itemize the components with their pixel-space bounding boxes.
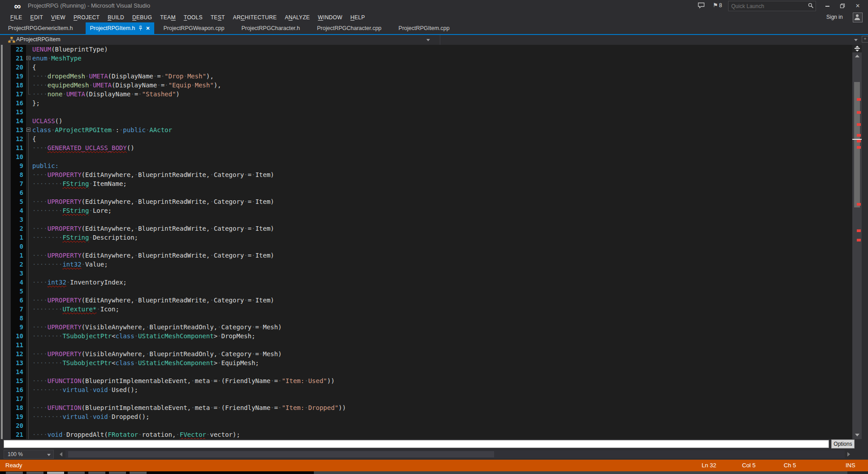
code-line[interactable]: 11 <box>11 340 346 349</box>
code-line[interactable]: 11····GENERATED_UCLASS_BODY() <box>11 143 346 152</box>
find-input[interactable] <box>4 440 829 448</box>
code-line[interactable]: 18····UFUNCTION(BlueprintImplementableEv… <box>11 403 346 412</box>
tab-ProjectRPGWeapon.cpp[interactable]: ProjectRPGWeapon.cpp <box>159 22 229 34</box>
code-line[interactable]: 14UCLASS() <box>11 116 346 125</box>
menu-item-debug[interactable]: DEBUG <box>128 13 156 22</box>
code-line[interactable]: 17····none·UMETA(DisplayName·=·"Stashed"… <box>11 90 346 99</box>
code-line[interactable]: 12····UPROPERTY(VisibleAnywhere,·Bluepri… <box>11 349 346 358</box>
code-text[interactable] <box>31 421 32 430</box>
code-line[interactable]: 7········UTexture*·Icon; <box>11 305 346 314</box>
code-line[interactable]: 2········int32·Value; <box>11 260 346 269</box>
code-text[interactable]: ····UFUNCTION(BlueprintImplementableEven… <box>31 403 346 412</box>
code-text[interactable]: ········TSubobjectPtr<class·UStaticMeshC… <box>31 358 259 367</box>
menu-item-help[interactable]: HELP <box>347 13 369 22</box>
code-text[interactable]: enum·MeshType <box>31 54 82 63</box>
code-text[interactable]: ····void·DroppedAlt(FRotator·rotation,·F… <box>31 430 240 439</box>
code-text[interactable] <box>31 108 32 116</box>
code-line[interactable]: 2····UPROPERTY(EditAnywhere,·BlueprintRe… <box>11 224 346 233</box>
code-text[interactable]: { <box>31 134 36 143</box>
sign-in-link[interactable]: Sign in <box>826 14 843 20</box>
code-line[interactable]: 5····UPROPERTY(EditAnywhere,·BlueprintRe… <box>11 197 346 206</box>
code-text[interactable] <box>31 152 32 161</box>
user-avatar[interactable] <box>853 13 863 22</box>
close-button[interactable]: ✕ <box>852 2 864 10</box>
code-text[interactable]: ····int32·InventoryIndex; <box>31 278 127 287</box>
code-line[interactable]: 16}; <box>11 99 346 108</box>
code-line[interactable]: 9····UPROPERTY(VisibleAnywhere,·Blueprin… <box>11 323 346 332</box>
search-icon[interactable] <box>808 3 814 9</box>
code-text[interactable]: public: <box>31 161 59 170</box>
code-text[interactable] <box>31 215 32 224</box>
code-line[interactable]: 9public: <box>11 161 346 170</box>
code-text[interactable]: class·AProjectRPGItem·:·public·AActor <box>31 125 172 134</box>
code-text[interactable]: ····none·UMETA(DisplayName·=·"Stashed") <box>31 90 180 99</box>
code-line[interactable]: 14 <box>11 367 346 376</box>
code-text[interactable] <box>31 367 32 376</box>
code-line[interactable]: 15 <box>11 108 346 116</box>
notifications-flag[interactable]: ⚑8 <box>713 2 722 9</box>
hscrollbar-thumb[interactable] <box>68 451 494 457</box>
taskbar-app-icon[interactable] <box>109 472 126 474</box>
code-line[interactable]: 8····UPROPERTY(EditAnywhere,·BlueprintRe… <box>11 170 346 179</box>
code-line[interactable]: 20{ <box>11 63 346 72</box>
feedback-icon[interactable] <box>698 2 705 9</box>
code-line[interactable]: 10········TSubobjectPtr<class·UStaticMes… <box>11 332 346 340</box>
toolbox-plus-icon[interactable]: + <box>862 36 868 43</box>
code-text[interactable]: ········FString·ItemName; <box>31 179 127 188</box>
horizontal-scrollbar[interactable] <box>65 450 845 458</box>
code-text[interactable] <box>31 188 32 197</box>
code-text[interactable]: ····UPROPERTY(VisibleAnywhere,·Blueprint… <box>31 349 282 358</box>
code-line[interactable]: 1····UPROPERTY(EditAnywhere,·BlueprintRe… <box>11 251 346 260</box>
code-text[interactable]: ····GENERATED_UCLASS_BODY() <box>31 143 135 152</box>
code-line[interactable]: 10 <box>11 152 346 161</box>
code-text[interactable]: ········FString·Lore; <box>31 206 112 215</box>
code-line[interactable]: 15····UFUNCTION(BlueprintImplementableEv… <box>11 376 346 385</box>
taskbar-app-icon[interactable] <box>26 472 43 474</box>
code-line[interactable]: 1········FString·Description; <box>11 233 346 242</box>
scrollbar-thumb[interactable] <box>854 82 860 207</box>
code-text[interactable]: ····UPROPERTY(EditAnywhere,·BlueprintRea… <box>31 170 274 179</box>
fold-collapse-icon[interactable] <box>26 128 30 132</box>
tab-ProjectRPGGenericItem.h[interactable]: ProjectRPGGenericItem.h <box>4 22 78 34</box>
code-line[interactable]: 17 <box>11 394 346 403</box>
fold-collapse-icon[interactable] <box>26 56 30 60</box>
code-line[interactable]: 16········virtual·void·Used(); <box>11 385 346 394</box>
types-dropdown[interactable]: AProjectRPGItem <box>0 35 440 45</box>
code-text[interactable] <box>31 242 32 251</box>
menu-item-file[interactable]: FILE <box>6 13 26 22</box>
menu-item-build[interactable]: BUILD <box>104 13 128 22</box>
code-text[interactable]: ········TSubobjectPtr<class·UStaticMeshC… <box>31 332 255 340</box>
code-text[interactable] <box>31 394 32 403</box>
autohide-rail[interactable] <box>1 45 3 439</box>
scroll-down-arrow[interactable] <box>855 434 859 436</box>
code-text[interactable]: UCLASS() <box>31 116 62 125</box>
tab-ProjectRPGCharacter.h[interactable]: ProjectRPGCharacter.h <box>237 22 304 34</box>
zoom-selector[interactable]: 100 % <box>4 450 54 459</box>
code-line[interactable]: 6 <box>11 188 346 197</box>
menu-item-view[interactable]: VIEW <box>47 13 69 22</box>
taskbar-app-icon[interactable] <box>6 472 23 474</box>
menu-item-window[interactable]: WINDOW <box>314 13 346 22</box>
code-text[interactable]: ········int32·Value; <box>31 260 108 269</box>
code-line[interactable]: 3 <box>11 269 346 278</box>
split-window-handle[interactable] <box>852 45 862 52</box>
code-line[interactable]: 18····equipedMesh·UMETA(DisplayName·=·"E… <box>11 81 346 90</box>
code-line[interactable]: 19····dropedMesh·UMETA(DisplayName·=·"Dr… <box>11 72 346 81</box>
code-line[interactable]: 7········FString·ItemName; <box>11 179 346 188</box>
code-text[interactable]: UENUM(BlueprintType) <box>31 45 108 54</box>
tab-ProjectRPGItem.cpp[interactable]: ProjectRPGItem.cpp <box>394 22 454 34</box>
code-text[interactable]: { <box>31 63 36 72</box>
pin-icon[interactable] <box>139 26 143 31</box>
code-line[interactable]: 4········FString·Lore; <box>11 206 346 215</box>
tab-ProjectRPGCharacter.cpp[interactable]: ProjectRPGCharacter.cpp <box>312 22 386 34</box>
code-text[interactable]: ········virtual·void·Dropped(); <box>31 412 149 421</box>
taskbar-app-icon[interactable] <box>47 472 64 474</box>
code-text[interactable]: ····UPROPERTY(EditAnywhere,·BlueprintRea… <box>31 224 274 233</box>
tab-close-icon[interactable]: ✕ <box>146 26 150 31</box>
menu-item-tools[interactable]: TOOLS <box>180 13 207 22</box>
menu-item-team[interactable]: TEAM <box>156 13 180 22</box>
code-line[interactable]: 4····int32·InventoryIndex; <box>11 278 346 287</box>
code-text[interactable] <box>31 340 32 349</box>
code-line[interactable]: 21enum·MeshType <box>11 54 346 63</box>
code-text[interactable] <box>31 269 32 278</box>
